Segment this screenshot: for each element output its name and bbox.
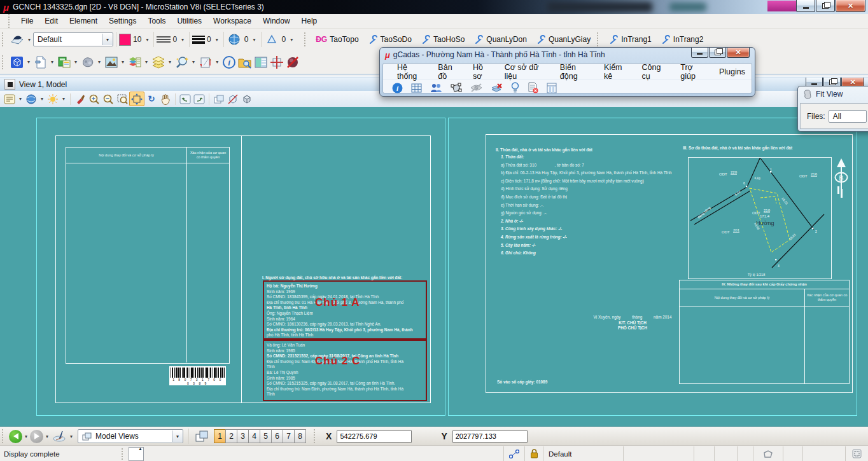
view-number-button[interactable]: 4 [248,429,260,443]
dropdown-arrow-icon[interactable]: ▾ [179,37,186,43]
gcadas-menu-item[interactable]: Cơ sở dữ liệu [498,61,554,83]
view-number-button[interactable]: 7 [283,429,295,443]
dropdown-arrow-icon[interactable]: ▾ [43,434,51,439]
rotate-view-icon[interactable]: ↻ [144,92,158,106]
dropdown-arrow-icon[interactable]: ▾ [25,37,33,43]
view-number-button[interactable]: 5 [260,429,272,443]
manage-view-groups-icon[interactable] [194,429,211,443]
view-previous-button[interactable] [9,430,22,443]
dropdown-arrow-icon[interactable]: ▾ [190,59,197,65]
new-file-icon[interactable] [32,54,48,70]
plugin-button[interactable]: TaoHoSo [416,33,469,46]
files-combo[interactable]: All [829,110,867,123]
dropdown-arrow-icon[interactable]: ▾ [250,37,258,43]
toolbar-grip[interactable] [314,429,318,443]
element-class-icon[interactable] [227,32,242,48]
minimize-button[interactable] [796,0,815,12]
view-number-button[interactable]: 2 [225,429,237,443]
level-display-icon[interactable] [174,54,190,70]
dropdown-arrow-icon[interactable]: ▾ [213,37,221,43]
gcadas-menu-item[interactable]: Plugins [713,65,752,78]
copy-view-icon[interactable] [212,92,226,106]
combo-arrow-icon[interactable]: ▾ [172,430,183,442]
restore-button[interactable] [816,0,835,12]
menu-item[interactable]: Utilities [171,15,207,27]
view-attributes-icon[interactable] [3,92,17,106]
menu-item[interactable]: Element [64,15,103,27]
dropdown-arrow-icon[interactable]: ▾ [60,96,67,102]
dropdown-arrow-icon[interactable]: ▾ [288,37,295,43]
gcadas-menu-item[interactable]: Hồ sơ [466,61,498,83]
gcadas-menu-item[interactable]: Công cụ [636,61,675,83]
gcadas-info-icon[interactable]: i [392,83,403,93]
y-coordinate-input[interactable] [452,430,528,443]
gcadas-bulb-icon[interactable] [511,82,519,93]
locks-cell[interactable] [524,446,543,461]
plugin-button[interactable]: TaoSoDo [363,33,416,46]
dropdown-arrow-icon[interactable]: ▾ [67,434,75,439]
active-template-combo[interactable]: Default ▾ [33,32,113,46]
gcadas-menu-item[interactable]: Bản đồ [431,61,466,83]
fence-mode-cell[interactable] [753,446,783,461]
info-icon[interactable]: i [221,54,237,70]
update-view-icon[interactable] [73,92,87,106]
properties-panel-icon[interactable] [253,54,269,70]
tasks-popup-button[interactable]: ▲ [129,447,144,461]
gcadas-menu-item[interactable]: Trợ giúp [674,61,713,83]
gcadas-columns-icon[interactable] [547,83,557,93]
menu-item[interactable]: Settings [103,15,142,27]
view-next-button[interactable] [30,430,43,443]
gcadas-grid-icon[interactable] [411,83,422,93]
gcadas-layers-remove-icon[interactable] [491,83,503,93]
raster-image-icon[interactable] [103,54,119,70]
clip-volume-icon[interactable] [226,92,240,106]
view-group-combo[interactable]: Model Views ▾ [78,429,183,443]
gcadas-menu-item[interactable]: Hệ thống [391,61,431,83]
close-button[interactable]: ✕ [836,0,865,12]
view-perspective-icon[interactable] [51,429,67,444]
gcadas-title-bar[interactable]: μ gCadas - Phường Nam Hà - Thành phố Hà … [380,48,755,62]
view-next-icon[interactable] [192,92,206,106]
view-display-style-icon[interactable] [24,92,38,106]
view-number-button[interactable]: 3 [237,429,249,443]
toolbar-grip[interactable] [8,14,13,28]
toolbar-grip[interactable] [304,32,309,46]
menu-item[interactable]: File [15,15,39,27]
toolbar-grip[interactable] [2,55,6,69]
selection-set-cell[interactable] [845,446,868,461]
drawing-canvas[interactable]: Nội dung thay đổi và cơ sở pháp lý Xác n… [0,107,868,427]
view-number-button[interactable]: 8 [294,429,306,443]
dialog-settings-icon[interactable] [56,54,72,70]
cel-library-icon[interactable] [80,54,95,70]
zoom-in-icon[interactable] [87,92,101,106]
zoom-out-icon[interactable] [101,92,115,106]
view-number-button[interactable]: 1 [214,429,226,443]
line-weight-icon[interactable] [192,36,205,44]
snap-mode-cell[interactable] [503,446,524,461]
menu-item[interactable]: Window [257,15,296,27]
dropdown-arrow-icon[interactable]: ▾ [95,59,103,65]
plugin-button[interactable]: QuanLyDon [469,33,531,46]
references-icon[interactable] [127,54,143,70]
gcadas-report-remove-icon[interactable] [528,82,538,93]
plugin-button[interactable]: ĐG TaoTopo [311,33,363,46]
x-coordinate-input[interactable] [337,430,412,443]
accudraw-icon[interactable] [269,54,284,70]
window-area-icon[interactable] [115,92,129,106]
dropdown-arrow-icon[interactable]: ▾ [119,59,127,65]
active-element-template-icon[interactable] [9,32,25,46]
plugin-button[interactable]: InTrang2 [656,33,708,46]
combo-arrow-icon[interactable]: ▾ [102,34,113,45]
gcadas-restore-button[interactable] [709,48,726,58]
dropdown-arrow-icon[interactable]: ▾ [166,59,174,65]
gcadas-close-button[interactable]: ✕ [727,48,750,58]
menu-item[interactable]: Workspace [207,15,257,27]
dropdown-arrow-icon[interactable]: ▾ [38,96,46,102]
line-style-icon[interactable] [157,36,171,43]
accusnap-toggle-icon[interactable] [284,54,300,70]
plugin-button[interactable]: InTrang1 [604,33,656,46]
fit-view-icon[interactable] [129,92,144,106]
toolbar-grip[interactable] [2,429,6,443]
annotation-scale-icon[interactable] [197,54,213,70]
gcadas-users-icon[interactable] [430,83,442,93]
